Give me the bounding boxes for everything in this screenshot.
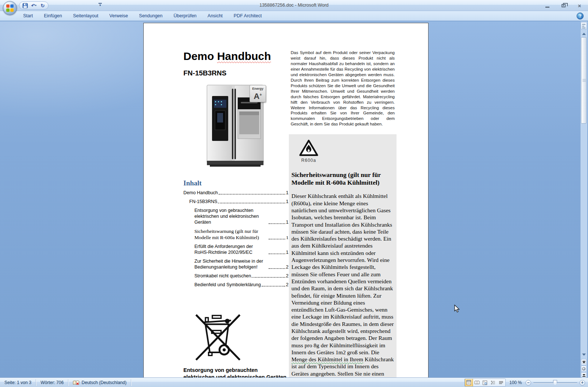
- help-button[interactable]: ?: [577, 13, 584, 19]
- zoom-slider: − +: [526, 380, 585, 386]
- close-icon: ×: [578, 3, 581, 9]
- tab-einfuegen[interactable]: Einfügen: [38, 11, 67, 21]
- word-count-label: Wörter: 706: [40, 380, 64, 385]
- ruler-toggle-button[interactable]: [581, 22, 587, 29]
- view-switcher: [465, 379, 506, 387]
- arrow-down-icon: [582, 354, 586, 356]
- office-logo-icon: [6, 4, 14, 12]
- next-page-icon: [582, 374, 585, 376]
- office-button[interactable]: [3, 1, 17, 15]
- proofing-status[interactable]: Deutsch (Deutschland): [68, 378, 131, 387]
- toc-entry-label: Demo Handbuch: [183, 190, 218, 196]
- tab-ueberpruefen[interactable]: Überprüfen: [168, 11, 202, 21]
- scroll-down-button[interactable]: [581, 352, 587, 358]
- safety-warning-box: R600a Sicherheitswarnung (gilt nur für M…: [289, 134, 397, 377]
- r600a-label: R600a: [296, 158, 322, 163]
- help-icon: ?: [579, 14, 581, 19]
- select-browse-object-button[interactable]: [581, 366, 587, 372]
- toc-entry-label: Sicherheitswarnung (gilt nur für Modelle…: [183, 228, 268, 241]
- toc-entry[interactable]: Entsorgung von gebrauchten elektrischen …: [183, 207, 288, 225]
- safety-text: Dieser Kühlschrank enthält als Kühlmitte…: [291, 193, 394, 355]
- outline-view-button[interactable]: [489, 379, 497, 386]
- page-right-column: Das Symbol auf dem Produkt oder seiner V…: [289, 50, 397, 377]
- browse-object-icon: [582, 367, 585, 370]
- toc-leader-dots: [262, 286, 285, 287]
- title-word-misspelled: Handbuch: [217, 50, 271, 62]
- tab-sendungen[interactable]: Sendungen: [133, 11, 168, 21]
- ruler-icon: [582, 24, 585, 25]
- web-layout-icon: [483, 380, 487, 385]
- tab-ansicht[interactable]: Ansicht: [202, 11, 228, 21]
- status-separator: [131, 379, 131, 386]
- web-layout-view-button[interactable]: [481, 379, 489, 386]
- vertical-scrollbar[interactable]: [580, 21, 587, 377]
- title-bar: ↶▾ ↻ ▾ 1358867256.doc - Microsoft Word ×: [0, 0, 588, 11]
- toc-entry-page: 1: [286, 234, 288, 241]
- safety-warning-heading: Sicherheitswarnung (gilt nur für Modelle…: [291, 171, 394, 187]
- minimize-icon: [545, 7, 549, 8]
- close-button[interactable]: ×: [575, 3, 584, 8]
- toc-leader-dots: [269, 223, 285, 224]
- toc-entry[interactable]: Bedienfeld und Symbolerklärung 2: [183, 282, 288, 288]
- zoom-slider-track[interactable]: [533, 382, 577, 383]
- toc-entry[interactable]: Zur Sicherheit die Hinweise in der Bedie…: [183, 258, 288, 270]
- refrigerator-figure: Energy A+: [183, 84, 288, 169]
- print-layout-icon: [466, 380, 471, 385]
- toc-entry-label: Stromkabel nicht quetschen: [183, 273, 251, 279]
- print-layout-view-button[interactable]: [465, 379, 473, 386]
- ribbon-tab-row: Start Einfügen Seitenlayout Verweise Sen…: [0, 11, 588, 21]
- toc-entry[interactable]: FN-15B3RNS 1: [183, 199, 288, 205]
- scroll-up-button[interactable]: [581, 31, 587, 37]
- toc-entry-label: Zur Sicherheit die Hinweise in der Bedie…: [183, 258, 268, 270]
- r600a-warning: R600a: [296, 139, 322, 163]
- next-page-button[interactable]: [581, 372, 587, 377]
- zoom-slider-handle[interactable]: [553, 380, 557, 386]
- thumb-grip-icon: [582, 79, 586, 82]
- window-controls: ×: [542, 0, 584, 11]
- toc-leader-dots: [218, 203, 285, 203]
- tab-seitenlayout[interactable]: Seitenlayout: [68, 11, 104, 21]
- section-heading-entsorgung: Entsorgung von gebrauchten elektrischen …: [183, 367, 288, 377]
- toc-entry-page: 2: [286, 264, 288, 270]
- document-area: Demo Handbuch FN-15B3RNS: [0, 21, 588, 377]
- model-number-heading: FN-15B3RNS: [183, 69, 288, 77]
- toc-entry-label: Entsorgung von gebrauchten elektrischen …: [183, 207, 268, 225]
- document-title: Demo Handbuch: [183, 50, 288, 63]
- previous-page-button[interactable]: [581, 359, 587, 365]
- toc-entry[interactable]: Demo Handbuch 1: [183, 190, 288, 196]
- tab-pdf-architect[interactable]: PDF Architect: [228, 11, 267, 21]
- toc-entry-page: 1: [286, 199, 288, 205]
- minimize-button[interactable]: [542, 3, 552, 8]
- outline-view-icon: [491, 380, 495, 385]
- zoom-level-label[interactable]: 100 %: [509, 380, 522, 385]
- toc-entry[interactable]: Stromkabel nicht quetschen 2: [183, 273, 288, 279]
- toc-entry-label: Bedienfeld und Symbolerklärung: [183, 282, 261, 288]
- draft-view-button[interactable]: [497, 379, 505, 386]
- table-of-contents: Demo Handbuch 1 FN-15B3RNS 1 Entsorgung …: [183, 190, 288, 288]
- restore-button[interactable]: [559, 3, 568, 8]
- mouse-cursor: [454, 305, 460, 313]
- minus-icon: −: [527, 380, 530, 385]
- ribbon-tabs: Start Einfügen Seitenlayout Verweise Sen…: [18, 11, 267, 21]
- page-indicator[interactable]: Seite: 1 von 3: [0, 378, 36, 387]
- page-left-column: Demo Handbuch FN-15B3RNS: [183, 50, 288, 377]
- zoom-out-button[interactable]: −: [526, 380, 531, 386]
- toc-leader-dots: [269, 268, 285, 269]
- flammable-warning-triangle-icon: [299, 139, 319, 157]
- word-count-indicator[interactable]: Wörter: 706: [36, 378, 68, 387]
- tab-verweise[interactable]: Verweise: [104, 11, 134, 21]
- document-page[interactable]: Demo Handbuch FN-15B3RNS: [143, 23, 429, 377]
- toc-entry[interactable]: Sicherheitswarnung (gilt nur für Modelle…: [183, 228, 288, 241]
- draft-view-icon: [499, 381, 503, 385]
- toc-leader-dots: [269, 253, 285, 254]
- restore-icon: [562, 4, 566, 7]
- zoom-in-button[interactable]: +: [580, 380, 585, 386]
- toc-entry-label: FN-15B3RNS: [183, 199, 217, 205]
- proofing-error-icon: [73, 380, 79, 386]
- toc-entry[interactable]: Erfüllt die Anforderungen der RoHS-Richt…: [183, 244, 288, 255]
- tab-start[interactable]: Start: [18, 11, 38, 21]
- fullscreen-reading-view-button[interactable]: [473, 379, 481, 386]
- safety-text-grammar-flagged: Menge des Kühlmittel in Ihrem: [291, 356, 363, 362]
- title-word: Demo: [183, 50, 214, 62]
- scrollbar-thumb[interactable]: [581, 37, 587, 124]
